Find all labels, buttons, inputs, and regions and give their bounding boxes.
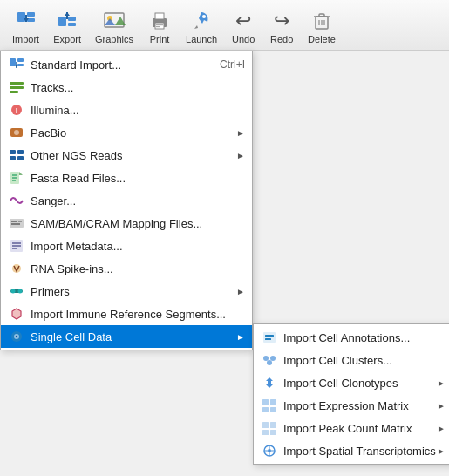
menu-illumina[interactable]: I Illumina...	[1, 99, 252, 121]
svg-rect-18	[156, 26, 160, 27]
menu-fasta[interactable]: Fasta Read Files...	[1, 167, 252, 189]
fasta-icon	[8, 170, 25, 186]
svg-rect-0	[17, 12, 25, 22]
svg-rect-65	[265, 338, 271, 340]
svg-rect-72	[270, 407, 276, 412]
spatial-transcriptomics-icon	[261, 443, 278, 459]
export-icon	[55, 9, 79, 33]
singlecell-icon	[8, 329, 25, 344]
submenu-cell-clonotypes[interactable]: Import Cell Clonotypes ►	[254, 371, 449, 394]
pacbio-arrow: ►	[236, 128, 245, 138]
submenu-cell-annotations[interactable]: Import Cell Annotations...	[254, 326, 449, 349]
svg-rect-6	[68, 17, 76, 21]
tracks-label: Tracks...	[31, 81, 245, 94]
cell-annotations-label: Import Cell Annotations...	[283, 331, 446, 344]
import-icon	[14, 9, 38, 33]
immune-icon	[8, 306, 25, 322]
standard-import-icon	[8, 57, 25, 72]
svg-point-19	[202, 15, 206, 18]
menu-tracks[interactable]: Tracks...	[1, 76, 252, 99]
launch-label: Launch	[186, 34, 217, 44]
spatial-transcriptomics-label: Import Spatial Transcriptomics	[283, 445, 437, 458]
primers-arrow: ►	[236, 287, 245, 296]
cell-annotations-icon	[261, 330, 278, 345]
svg-rect-15	[155, 13, 164, 19]
toolbar-delete[interactable]: Delete	[303, 7, 341, 46]
svg-rect-70	[270, 399, 276, 405]
svg-point-67	[270, 356, 276, 361]
menu-rnaspike[interactable]: RNA Spike-ins...	[1, 257, 252, 280]
toolbar-export[interactable]: Export	[48, 7, 86, 46]
menu-immune[interactable]: Import Immune Reference Segments...	[1, 303, 252, 325]
graphics-label: Graphics	[95, 34, 133, 44]
svg-rect-39	[17, 150, 24, 154]
submenu-cell-clusters[interactable]: Import Cell Clusters...	[254, 349, 449, 371]
pacbio-icon	[8, 125, 25, 140]
submenu-peak-count-matrix[interactable]: Import Peak Count Matrix ►	[254, 417, 449, 439]
svg-rect-48	[10, 219, 24, 228]
illumina-label: Illumina...	[31, 104, 245, 117]
rnaspike-label: RNA Spike-ins...	[31, 262, 245, 275]
graphics-icon	[102, 9, 126, 33]
peak-count-matrix-icon	[261, 420, 278, 436]
svg-rect-73	[262, 422, 269, 428]
menu-standard-import[interactable]: Standard Import... Ctrl+I	[1, 53, 252, 76]
cell-clusters-icon	[261, 352, 278, 368]
svg-point-59	[18, 289, 23, 294]
ngs-label: Other NGS Reads	[31, 149, 231, 162]
toolbar-import[interactable]: Import	[7, 7, 44, 46]
svg-rect-76	[270, 430, 276, 435]
svg-rect-32	[10, 86, 24, 89]
submenu-singlecell: Import Cell Annotations... Import Cell C…	[253, 323, 449, 465]
menu-pacbio[interactable]: PacBio ►	[1, 121, 252, 144]
toolbar-launch[interactable]: Launch	[180, 7, 222, 46]
toolbar-print[interactable]: Print	[142, 7, 177, 46]
menu-singlecell[interactable]: Single Cell Data ► Import Cell Annotatio…	[1, 325, 252, 348]
singlecell-arrow: ►	[236, 332, 245, 342]
svg-rect-16	[155, 23, 164, 29]
import-label: Import	[12, 34, 39, 44]
sam-label: SAM/BAM/CRAM Mapping Files...	[31, 217, 245, 230]
toolbar-undo[interactable]: ↩ Undo	[226, 7, 261, 46]
primers-label: Primers	[31, 285, 231, 298]
toolbar-graphics[interactable]: Graphics	[90, 7, 139, 46]
primary-menu: Standard Import... Ctrl+I Tracks... I Il…	[0, 51, 253, 350]
svg-point-68	[267, 360, 272, 365]
toolbar-redo[interactable]: ↪ Redo	[264, 7, 299, 46]
standard-import-shortcut: Ctrl+I	[220, 58, 245, 71]
svg-point-58	[11, 289, 16, 294]
menu-sanger[interactable]: Sanger...	[1, 189, 252, 212]
undo-icon: ↩	[231, 9, 255, 33]
svg-rect-31	[10, 82, 24, 85]
svg-rect-27	[17, 58, 24, 62]
cell-clusters-label: Import Cell Clusters...	[283, 354, 446, 367]
svg-rect-5	[58, 17, 66, 26]
singlecell-label: Single Cell Data	[31, 330, 231, 343]
submenu-expression-matrix[interactable]: Import Expression Matrix ►	[254, 394, 449, 417]
expression-matrix-arrow: ►	[437, 401, 446, 411]
svg-rect-71	[262, 407, 269, 412]
menu-metadata[interactable]: Import Metadata...	[1, 235, 252, 257]
expression-matrix-icon	[261, 398, 278, 413]
sanger-icon	[8, 193, 25, 208]
print-label: Print	[150, 34, 170, 44]
standard-import-label: Standard Import...	[31, 58, 202, 71]
sam-icon	[8, 215, 25, 231]
svg-rect-63	[263, 332, 276, 343]
undo-label: Undo	[232, 34, 255, 44]
primers-icon	[8, 283, 25, 299]
svg-rect-40	[10, 156, 16, 160]
delete-icon	[310, 9, 334, 33]
menu-sam[interactable]: SAM/BAM/CRAM Mapping Files...	[1, 212, 252, 235]
cell-clonotypes-arrow: ►	[437, 378, 446, 388]
svg-rect-22	[319, 14, 324, 17]
redo-icon: ↪	[269, 9, 294, 33]
peak-count-matrix-label: Import Peak Count Matrix	[283, 422, 437, 435]
submenu-spatial-transcriptomics[interactable]: Import Spatial Transcriptomics ►	[254, 439, 449, 462]
menu-other-ngs[interactable]: Other NGS Reads ►	[1, 144, 252, 167]
spatial-transcriptomics-arrow: ►	[437, 446, 446, 456]
immune-label: Import Immune Reference Segments...	[31, 308, 245, 321]
metadata-icon	[8, 238, 25, 254]
metadata-label: Import Metadata...	[31, 240, 245, 253]
menu-primers[interactable]: Primers ►	[1, 280, 252, 303]
